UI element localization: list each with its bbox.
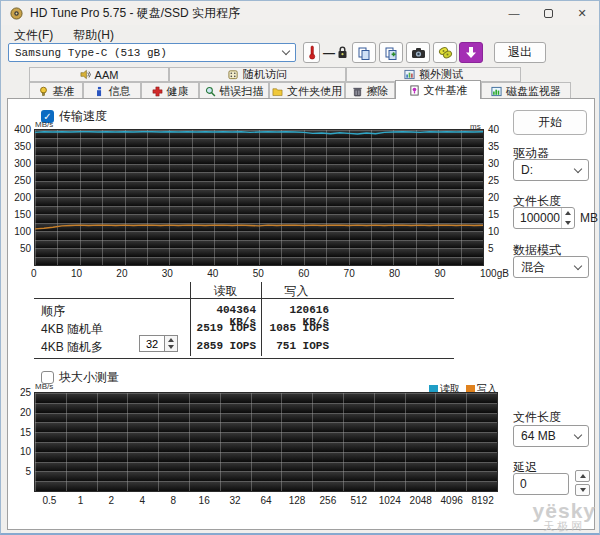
temperature-value: —	[323, 46, 335, 60]
tab-error-scan-label: 错误扫描	[220, 84, 264, 99]
axis-tick: 100	[14, 226, 31, 237]
transfer-speed-chart	[34, 129, 484, 266]
axis-tick: 64	[251, 495, 282, 506]
axis-tick: 8	[158, 495, 189, 506]
axis-tick: 128	[282, 495, 313, 506]
delay-down-button[interactable]	[575, 484, 590, 496]
maximize-icon	[544, 9, 553, 18]
file-length-down-button[interactable]	[562, 218, 574, 228]
tab-erase-label: 擦除	[367, 84, 389, 99]
axis-tick: 8192	[467, 495, 498, 506]
tab-info[interactable]: 信息	[83, 82, 141, 99]
axis-tick: 90	[435, 268, 446, 279]
tab-health[interactable]: 健康	[141, 82, 199, 99]
chart2-xticks: 0.512481632641282565121024204840968192	[34, 495, 498, 506]
minimize-button[interactable]: —	[497, 1, 531, 25]
chart1-yticks-right: 403530252015105	[488, 124, 506, 254]
axis-tick: 512	[343, 495, 374, 506]
delay-input[interactable]: 0	[513, 473, 569, 495]
data-mode-select[interactable]: 混合	[513, 256, 589, 278]
temperature-button[interactable]	[303, 42, 320, 63]
queue-depth-up-button[interactable]	[165, 336, 177, 344]
info-icon	[94, 86, 105, 97]
axis-tick: 0	[31, 268, 37, 279]
tab-aam[interactable]: AAM	[29, 67, 169, 82]
table-header-rule	[34, 298, 454, 299]
screenshot-button[interactable]	[406, 42, 430, 63]
queue-depth-input[interactable]	[139, 335, 165, 352]
toolbar: Samsung Type-C (513 gB) —	[1, 45, 599, 67]
4kb-multi-read-value: 2859 IOPS	[192, 340, 256, 352]
tab-error-scan[interactable]: 错误扫描	[199, 82, 269, 99]
axis-tick: 350	[14, 141, 31, 152]
axis-tick: 50	[253, 268, 264, 279]
file-length-spin-buttons	[561, 208, 574, 228]
close-button[interactable]: ✕	[565, 1, 599, 25]
axis-tick: 16	[189, 495, 220, 506]
delay-up-button[interactable]	[575, 470, 590, 482]
tab-health-label: 健康	[167, 84, 189, 99]
start-button[interactable]: 开始	[513, 110, 587, 135]
axis-tick: 5	[488, 243, 506, 254]
arrow-up-icon	[580, 474, 586, 478]
chevron-down-icon	[282, 47, 290, 55]
4kb-single-read-value: 2519 IOPS	[192, 322, 256, 334]
maximize-button[interactable]	[531, 1, 565, 25]
axis-tick: 400	[14, 124, 31, 135]
extra-test-icon	[404, 69, 415, 80]
file-length-up-button[interactable]	[562, 208, 574, 218]
watermark: yësky 天极网	[533, 500, 596, 532]
drive-select[interactable]: D:	[513, 159, 589, 181]
drive-combobox[interactable]: Samsung Type-C (513 gB)	[8, 43, 296, 62]
axis-tick: 40	[488, 124, 506, 135]
drive-combobox-value: Samsung Type-C (513 gB)	[15, 47, 167, 59]
axis-tick: 10	[71, 268, 82, 279]
queue-depth-spinner	[139, 335, 178, 352]
copy-icon	[357, 46, 371, 60]
tab-random-access-label: 随机访问	[243, 67, 287, 82]
tab-erase[interactable]: 擦除	[345, 82, 395, 99]
copy-plus-icon	[384, 46, 398, 60]
file-length2-label: 文件长度	[513, 409, 561, 426]
arrow-up-icon	[168, 338, 174, 342]
chevron-down-icon	[574, 164, 582, 172]
copy-add-button[interactable]	[379, 42, 403, 63]
speaker-icon	[80, 69, 91, 80]
block-size-label: 块大小测量	[59, 369, 119, 386]
save-results-button[interactable]	[433, 42, 457, 63]
menu-file[interactable]: 文件(F)	[11, 26, 56, 45]
download-button[interactable]	[459, 42, 483, 63]
tab-folder-usage-label: 文件夹使用	[287, 84, 342, 99]
queue-depth-down-button[interactable]	[165, 344, 177, 352]
axis-tick: 10	[488, 226, 506, 237]
tab-row-bottom: 基准 信息 健康 错误扫描 文件夹使用	[29, 82, 571, 99]
axis-tick: 60	[298, 268, 309, 279]
data-mode-value: 混合	[521, 259, 545, 276]
table-bottom-rule	[34, 358, 454, 359]
axis-tick: 1024	[374, 495, 405, 506]
copy-text-button[interactable]	[352, 42, 376, 63]
file-length-spinbox[interactable]: 100000	[513, 207, 575, 229]
tab-disk-monitor[interactable]: 磁盘监视器	[481, 82, 571, 99]
axis-tick: 70	[344, 268, 355, 279]
axis-tick: 300	[14, 158, 31, 169]
4kb-single-write-value: 1085 IOPS	[263, 322, 329, 334]
exit-button[interactable]: 退出	[494, 42, 546, 63]
tab-info-label: 信息	[109, 84, 131, 99]
axis-tick: 150	[14, 209, 31, 220]
tab-folder-usage[interactable]: 文件夹使用	[269, 82, 345, 99]
axis-tick: 15	[20, 427, 31, 438]
trash-icon	[352, 86, 363, 97]
tab-disk-monitor-label: 磁盘监视器	[506, 84, 561, 99]
menu-help[interactable]: 帮助(H)	[70, 26, 117, 45]
tab-benchmark[interactable]: 基准	[29, 82, 83, 99]
tab-random-access[interactable]: 随机访问	[169, 67, 346, 82]
lock-icon	[337, 46, 348, 59]
health-cross-icon	[152, 86, 163, 97]
benchmark-icon	[38, 86, 49, 97]
file-length-unit: MB	[580, 211, 598, 225]
file-length2-select[interactable]: 64 MB	[513, 425, 589, 447]
table-divider-2	[261, 282, 262, 356]
tab-file-benchmark[interactable]: 文件基准	[395, 80, 481, 99]
camera-icon	[411, 47, 426, 59]
